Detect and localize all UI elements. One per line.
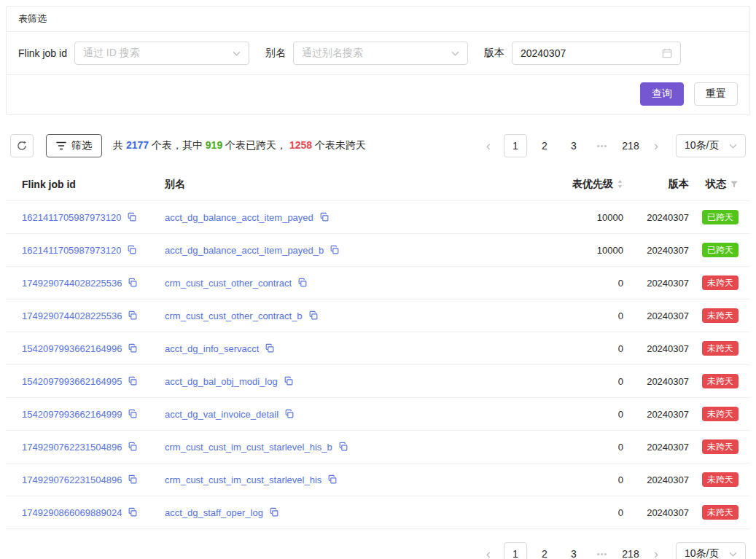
refresh-icon xyxy=(17,141,27,151)
alias-link[interactable]: acct_dg_info_servacct xyxy=(165,343,259,354)
table-row: 1621411705987973120 acct_dg_balance_acct… xyxy=(6,201,750,234)
status-cell: 已跨天 xyxy=(689,243,739,257)
flink-job-id-select[interactable]: 通过 ID 搜索 xyxy=(74,42,249,65)
copy-icon[interactable] xyxy=(128,474,138,485)
copy-icon[interactable] xyxy=(128,343,138,353)
version-date-input[interactable]: 20240307 xyxy=(512,42,681,65)
pagination-top: ‹123•••218› xyxy=(479,134,666,157)
page-button-1[interactable]: 1 xyxy=(504,134,527,157)
filter-funnel-icon[interactable] xyxy=(730,180,739,189)
version-cell: 20240307 xyxy=(623,409,689,420)
alias-link[interactable]: crm_cust_cust_other_contract xyxy=(165,278,292,289)
flink-job-id-link[interactable]: 1749290866069889024 xyxy=(22,507,122,518)
copy-icon[interactable] xyxy=(127,212,137,222)
alias-link[interactable]: acct_dg_vat_invoice_detail xyxy=(165,409,278,420)
copy-icon[interactable] xyxy=(265,343,275,353)
alias-link[interactable]: crm_cust_cust_im_cust_starlevel_his_b xyxy=(165,442,332,453)
version-cell: 20240307 xyxy=(623,474,689,485)
page-button-3[interactable]: 3 xyxy=(562,134,585,157)
copy-icon[interactable] xyxy=(269,507,279,517)
copy-icon[interactable] xyxy=(128,409,138,419)
page-button-2[interactable]: 2 xyxy=(533,134,556,157)
copy-icon[interactable] xyxy=(327,474,338,485)
flink-job-id-cell: 1542097993662164995 xyxy=(22,376,165,387)
search-button[interactable]: 查询 xyxy=(640,82,684,106)
table-row: 1749290762231504896 crm_cust_cust_im_cus… xyxy=(6,431,750,464)
summary-part: 个表，其中 xyxy=(149,139,206,151)
alias-placeholder: 通过别名搜索 xyxy=(302,47,363,60)
page-button-1[interactable]: 1 xyxy=(504,542,527,559)
page-button-218[interactable]: 218 xyxy=(619,134,642,157)
flink-job-id-link[interactable]: 1749290744028225536 xyxy=(22,278,122,289)
page-size-value: 10条/页 xyxy=(685,139,719,152)
table-row: 1749290744028225536 crm_cust_cust_other_… xyxy=(6,300,750,332)
refresh-button[interactable] xyxy=(10,134,34,157)
copy-icon[interactable] xyxy=(127,245,137,255)
page-button-2[interactable]: 2 xyxy=(533,542,556,559)
status-cell: 未跨天 xyxy=(689,275,739,290)
field-alias: 别名 通过别名搜索 xyxy=(265,42,468,65)
pagination-ellipsis[interactable]: ••• xyxy=(591,141,613,150)
copy-icon[interactable] xyxy=(128,442,138,452)
prev-page-button[interactable]: ‹ xyxy=(479,134,498,157)
flink-job-id-cell: 1749290762231504896 xyxy=(22,474,165,485)
copy-icon[interactable] xyxy=(284,376,294,386)
table-header-row: Flink job id 别名 表优先级 版本 状态 xyxy=(6,168,750,201)
page-button-3[interactable]: 3 xyxy=(562,542,585,559)
flink-job-id-link[interactable]: 1749290744028225536 xyxy=(22,310,122,321)
table-row: 1542097993662164995 acct_dg_bal_obj_modi… xyxy=(6,365,750,398)
next-page-button[interactable]: › xyxy=(647,542,666,559)
summary-part: 共 xyxy=(113,139,126,151)
copy-icon[interactable] xyxy=(319,212,330,222)
filter-panel-title: 表筛选 xyxy=(18,12,47,26)
status-badge: 未跨天 xyxy=(702,308,739,323)
copy-icon[interactable] xyxy=(308,310,319,321)
status-cell: 未跨天 xyxy=(689,505,739,520)
alias-link[interactable]: acct_dg_bal_obj_modi_log xyxy=(165,376,278,387)
sort-icon[interactable] xyxy=(617,179,623,189)
summary-text: 共 2177 个表，其中 919 个表已跨天， 1258 个表未跨天 xyxy=(113,139,366,152)
flink-job-id-link[interactable]: 1621411705987973120 xyxy=(22,245,121,256)
status-badge: 未跨天 xyxy=(702,407,739,421)
copy-icon[interactable] xyxy=(128,310,138,321)
filter-button[interactable]: 筛选 xyxy=(46,134,102,157)
status-cell: 未跨天 xyxy=(689,308,739,323)
flink-job-id-link[interactable]: 1542097993662164996 xyxy=(22,343,122,354)
alias-link[interactable]: acct_dg_balance_acct_item_payed_b xyxy=(165,245,324,256)
copy-icon[interactable] xyxy=(128,507,138,517)
version-cell: 20240307 xyxy=(623,310,689,321)
flink-job-id-link[interactable]: 1542097993662164995 xyxy=(22,376,122,387)
copy-icon[interactable] xyxy=(297,278,308,288)
alias-link[interactable]: crm_cust_cust_im_cust_starlevel_his xyxy=(165,474,322,485)
flink-job-id-link[interactable]: 1542097993662164999 xyxy=(22,409,122,420)
copy-icon[interactable] xyxy=(128,278,138,288)
total-count: 2177 xyxy=(126,139,149,151)
chevron-down-icon xyxy=(729,144,737,149)
page-size-select[interactable]: 10条/页 xyxy=(676,542,746,559)
copy-icon[interactable] xyxy=(330,245,340,255)
filter-panel: 表筛选 Flink job id 通过 ID 搜索 别名 通过别名搜索 xyxy=(6,6,750,115)
pagination-bottom: ‹123•••218› xyxy=(479,542,666,559)
flink-job-id-link[interactable]: 1749290762231504896 xyxy=(22,442,122,453)
flink-job-id-cell: 1621411705987973120 xyxy=(22,212,165,223)
flink-job-id-link[interactable]: 1621411705987973120 xyxy=(22,212,121,223)
copy-icon[interactable] xyxy=(284,409,295,419)
pagination-ellipsis[interactable]: ••• xyxy=(591,550,613,558)
alias-select[interactable]: 通过别名搜索 xyxy=(293,42,468,65)
toolbar: 筛选 共 2177 个表，其中 919 个表已跨天， 1258 个表未跨天 ‹1… xyxy=(6,134,750,157)
status-badge: 未跨天 xyxy=(702,439,739,454)
copy-icon[interactable] xyxy=(128,376,138,386)
page-button-218[interactable]: 218 xyxy=(619,542,642,559)
column-header-version: 版本 xyxy=(623,178,689,191)
alias-link[interactable]: crm_cust_cust_other_contract_b xyxy=(165,310,303,321)
column-header-priority[interactable]: 表优先级 xyxy=(536,178,623,191)
page-size-select[interactable]: 10条/页 xyxy=(676,134,746,157)
flink-job-id-link[interactable]: 1749290762231504896 xyxy=(22,474,122,485)
prev-page-button[interactable]: ‹ xyxy=(479,542,498,559)
copy-icon[interactable] xyxy=(338,442,348,452)
reset-button[interactable]: 重置 xyxy=(694,82,738,106)
alias-link[interactable]: acct_dg_staff_oper_log xyxy=(165,507,263,518)
column-header-status[interactable]: 状态 xyxy=(689,178,739,191)
next-page-button[interactable]: › xyxy=(647,134,666,157)
alias-link[interactable]: acct_dg_balance_acct_item_payed xyxy=(165,212,313,223)
